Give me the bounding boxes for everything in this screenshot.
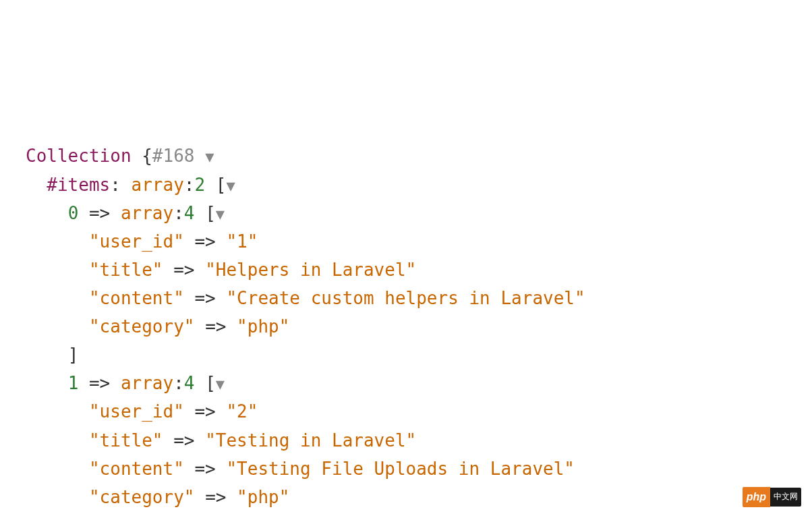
arrow: => (194, 401, 215, 422)
arrow: => (205, 487, 226, 507)
field-value: Helpers in Laravel (216, 260, 406, 280)
field-value: Testing File Uploads in Laravel (237, 459, 564, 479)
open-bracket: [ (216, 175, 227, 195)
close-bracket: ] (68, 345, 79, 365)
field-value: Create custom helpers in Laravel (237, 288, 575, 308)
array-count: 2 (194, 175, 205, 195)
open-bracket: [ (205, 373, 216, 393)
field-key: title (100, 430, 152, 451)
field-value: 2 (237, 401, 248, 422)
field-value: php (248, 316, 279, 337)
array-type: array (121, 373, 173, 393)
field-key: title (100, 260, 152, 280)
array-type: array (121, 203, 173, 223)
arrow: => (173, 430, 194, 451)
field-key: content (100, 459, 174, 479)
arrow: => (89, 203, 110, 223)
field-key: category (100, 316, 184, 337)
arrow: => (194, 231, 215, 252)
colon: : (110, 175, 121, 195)
array-count: 4 (184, 203, 195, 223)
arrow: => (194, 288, 215, 308)
field-key: user_id (100, 231, 174, 252)
array-index: 0 (68, 203, 79, 223)
array-index: 1 (68, 373, 79, 393)
caret-down-icon[interactable]: ▼ (216, 375, 225, 393)
arrow: => (89, 373, 110, 393)
field-key: content (100, 288, 174, 308)
arrow: => (194, 459, 215, 479)
field-value: 1 (237, 231, 248, 252)
caret-down-icon[interactable]: ▼ (216, 205, 225, 223)
cn-badge: 中文网 (770, 488, 801, 506)
close-bracket: ] (68, 515, 79, 518)
items-property: #items (47, 175, 110, 195)
open-brace: { (142, 146, 152, 166)
caret-down-icon[interactable]: ▼ (205, 148, 214, 165)
php-badge: php (743, 487, 770, 507)
array-type: array (132, 175, 184, 195)
field-key: user_id (100, 401, 174, 422)
watermark-badge: php中文网 (743, 487, 801, 507)
array-count: 4 (184, 373, 195, 393)
field-key: category (100, 487, 184, 507)
caret-down-icon[interactable]: ▼ (226, 177, 235, 194)
class-name: Collection (26, 146, 132, 166)
open-bracket: [ (205, 203, 216, 223)
field-value: php (248, 487, 279, 507)
field-value: Testing in Laravel (216, 430, 406, 451)
arrow: => (205, 316, 226, 337)
object-id: #168 (152, 146, 195, 166)
dump-output: Collection {#168 ▼ #items: array:2 [▼ 0 … (26, 142, 786, 518)
arrow: => (173, 260, 194, 280)
